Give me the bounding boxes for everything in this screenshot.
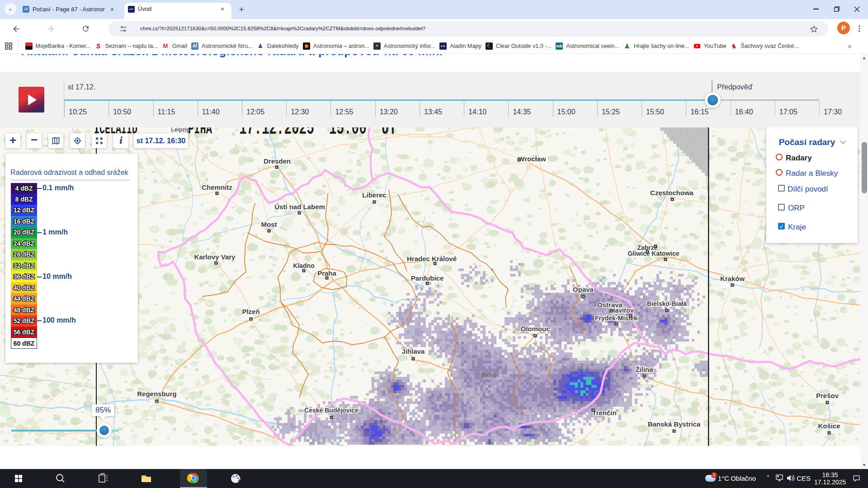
svg-text:Žilina: Žilina bbox=[635, 366, 653, 373]
svg-text:Olomouc: Olomouc bbox=[520, 325, 550, 333]
svg-text:Chemnitz: Chemnitz bbox=[202, 183, 232, 191]
svg-text:Kraków: Kraków bbox=[720, 275, 745, 282]
svg-text:Leipzig: Leipzig bbox=[171, 127, 189, 133]
svg-text:České Budějovice: České Budějovice bbox=[304, 406, 359, 414]
svg-text:Hradec Králové: Hradec Králové bbox=[407, 255, 457, 263]
svg-text:Katowice: Katowice bbox=[651, 250, 679, 257]
svg-text:Košice: Košice bbox=[818, 422, 840, 430]
svg-text:Dresden: Dresden bbox=[264, 157, 291, 165]
svg-text:Praha: Praha bbox=[317, 269, 336, 277]
svg-text:Bielsko-Biała: Bielsko-Biała bbox=[647, 300, 687, 307]
svg-text:Karlovy Vary: Karlovy Vary bbox=[194, 253, 236, 261]
svg-text:Regensburg: Regensburg bbox=[137, 390, 177, 398]
svg-text:Kladno: Kladno bbox=[293, 262, 314, 269]
svg-text:Trenčín: Trenčín bbox=[592, 409, 616, 417]
svg-text:Jihlava: Jihlava bbox=[402, 347, 425, 355]
svg-text:Most: Most bbox=[261, 221, 277, 228]
svg-text:Ústí nad Labem: Ústí nad Labem bbox=[274, 203, 325, 211]
svg-text:Banská Bystrica: Banská Bystrica bbox=[648, 420, 701, 428]
svg-text:Pardubice: Pardubice bbox=[411, 274, 444, 282]
svg-text:Opava: Opava bbox=[573, 286, 594, 293]
svg-text:Prešov: Prešov bbox=[816, 392, 839, 399]
svg-text:Brno: Brno bbox=[481, 371, 497, 379]
svg-text:Plzeň: Plzeň bbox=[242, 308, 259, 315]
svg-text:Częstochowa: Częstochowa bbox=[650, 189, 694, 197]
svg-text:Wrocław: Wrocław bbox=[518, 155, 546, 163]
svg-text:Liberec: Liberec bbox=[362, 191, 386, 199]
svg-text:17.12.2025 15.00 UT: 17.12.2025 15.00 UT bbox=[239, 127, 396, 140]
svg-text:PIHA: PIHA bbox=[188, 127, 212, 138]
svg-text:Havířov: Havířov bbox=[610, 307, 634, 314]
